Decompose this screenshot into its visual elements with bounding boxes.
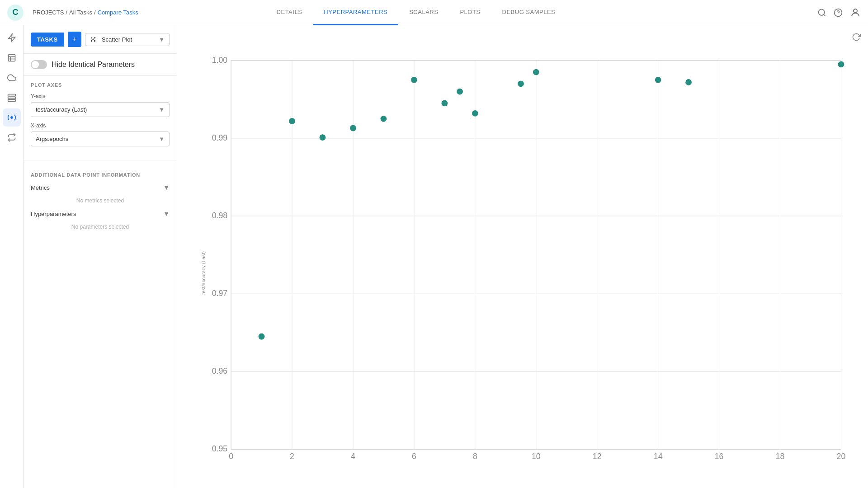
svg-point-65 (472, 110, 478, 117)
svg-text:4: 4 (351, 452, 355, 461)
svg-text:0.95: 0.95 (212, 444, 228, 453)
svg-rect-8 (8, 55, 15, 61)
svg-text:16: 16 (715, 452, 724, 461)
svg-point-66 (518, 80, 524, 87)
svg-point-19 (94, 40, 95, 41)
sidebar-item-tasks[interactable] (3, 49, 21, 67)
app-logo: C (7, 5, 24, 21)
chart-area: test/accuracy (Last) 024681012141618201.… (177, 25, 868, 488)
hide-identical-row: Hide Identical Parameters (24, 54, 177, 76)
svg-text:2: 2 (290, 452, 294, 461)
svg-point-58 (289, 118, 295, 124)
svg-point-59 (320, 134, 326, 141)
x-axis-arrow: ▼ (159, 136, 165, 142)
scatter-chart-container: test/accuracy (Last) 024681012141618201.… (177, 47, 868, 488)
svg-point-15 (10, 117, 13, 119)
svg-point-57 (259, 333, 265, 340)
tab-hyperparameters[interactable]: HYPERPARAMETERS (313, 0, 398, 25)
svg-text:20: 20 (837, 452, 846, 461)
svg-point-67 (533, 69, 539, 75)
svg-text:1.00: 1.00 (212, 56, 228, 65)
hide-identical-toggle[interactable] (31, 60, 47, 69)
x-axis-select[interactable]: Args.epochs ▼ (31, 131, 170, 146)
scatter-plot-label: Scatter Plot (102, 36, 132, 43)
breadcrumb-all-tasks[interactable]: All Tasks (69, 9, 92, 16)
svg-point-64 (457, 89, 463, 95)
tab-details[interactable]: DETAILS (266, 0, 313, 25)
additional-data-title: ADDITIONAL DATA POINT INFORMATION (31, 172, 170, 178)
svg-point-2 (818, 9, 824, 15)
plot-axes-title: PLOT AXES (31, 82, 170, 88)
sidebar-item-pipelines[interactable] (3, 128, 21, 146)
hyperparameters-arrow: ▼ (163, 210, 170, 217)
y-axis-label: Y-axis (31, 93, 170, 99)
svg-point-62 (411, 77, 417, 83)
main-layout: TASKS + Scatter Plot ▼ Hide Identical Pa… (0, 25, 868, 488)
hyperparameters-dropdown-row[interactable]: Hyperparameters ▼ (31, 210, 170, 217)
svg-rect-12 (8, 94, 15, 96)
sidebar-item-datasets[interactable] (3, 89, 21, 107)
breadcrumb-sep2: / (94, 9, 96, 16)
sidebar-item-cloud[interactable] (3, 69, 21, 87)
top-navigation: C PROJECTS / All Tasks / Compare Tasks D… (0, 0, 868, 25)
sidebar-item-experiments[interactable] (3, 108, 21, 127)
svg-point-70 (838, 61, 844, 67)
svg-point-69 (685, 79, 692, 85)
svg-rect-13 (8, 97, 15, 99)
scatter-plot-svg: 024681012141618201.000.990.980.970.960.9… (204, 52, 854, 476)
metrics-arrow: ▼ (163, 184, 170, 191)
svg-point-61 (381, 116, 387, 122)
user-avatar[interactable] (850, 7, 861, 18)
svg-point-63 (441, 100, 448, 107)
search-button[interactable] (817, 8, 826, 17)
svg-point-17 (93, 39, 94, 40)
svg-text:0: 0 (229, 452, 233, 461)
breadcrumb-sep1: / (66, 9, 67, 16)
nav-tabs: DETAILS HYPERPARAMETERS SCALARS PLOTS DE… (266, 0, 566, 25)
y-axis-value: test/accuracy (Last) (36, 106, 87, 113)
svg-point-60 (350, 125, 356, 131)
scatter-plot-select[interactable]: Scatter Plot ▼ (85, 33, 170, 46)
tab-debug-samples[interactable]: DEBUG SAMPLES (491, 0, 566, 25)
svg-point-18 (94, 37, 95, 38)
svg-point-20 (91, 37, 92, 38)
tab-scalars[interactable]: SCALARS (398, 0, 449, 25)
svg-point-68 (655, 77, 661, 83)
hide-identical-label: Hide Identical Parameters (52, 61, 135, 69)
svg-text:0.99: 0.99 (212, 133, 228, 142)
metrics-label: Metrics (31, 184, 50, 191)
tasks-button[interactable]: TASKS (31, 33, 64, 47)
left-sidebar (0, 25, 24, 488)
svg-text:18: 18 (776, 452, 785, 461)
tasks-plus-button[interactable]: + (68, 32, 81, 47)
y-axis-title: test/accuracy (Last) (201, 251, 206, 295)
svg-text:6: 6 (412, 452, 416, 461)
refresh-chart-button[interactable] (852, 33, 861, 43)
section-divider (24, 160, 177, 160)
svg-rect-14 (8, 99, 15, 101)
sidebar-item-home[interactable] (3, 29, 21, 47)
nav-icons (817, 7, 861, 18)
tab-plots[interactable]: PLOTS (449, 0, 491, 25)
panel-toolbar: TASKS + Scatter Plot ▼ (24, 25, 177, 54)
x-axis-value: Args.epochs (36, 136, 68, 142)
svg-text:C: C (13, 8, 19, 17)
x-axis-label: X-axis (31, 122, 170, 129)
svg-text:8: 8 (473, 452, 477, 461)
y-axis-select[interactable]: test/accuracy (Last) ▼ (31, 102, 170, 117)
breadcrumb-projects[interactable]: PROJECTS (33, 9, 64, 16)
svg-text:12: 12 (593, 452, 602, 461)
svg-text:14: 14 (654, 452, 663, 461)
svg-text:0.97: 0.97 (212, 289, 227, 298)
hyperparameters-label: Hyperparameters (31, 211, 76, 217)
metrics-dropdown-row[interactable]: Metrics ▼ (31, 184, 170, 191)
chart-toolbar (177, 33, 868, 47)
svg-text:0.98: 0.98 (212, 211, 228, 220)
help-button[interactable] (834, 8, 843, 17)
y-axis-arrow: ▼ (159, 106, 165, 113)
svg-text:0.96: 0.96 (212, 366, 228, 375)
svg-text:10: 10 (532, 452, 541, 461)
svg-point-6 (854, 9, 857, 13)
breadcrumb: PROJECTS / All Tasks / Compare Tasks (33, 9, 138, 16)
control-panel: TASKS + Scatter Plot ▼ Hide Identical Pa… (24, 25, 177, 488)
